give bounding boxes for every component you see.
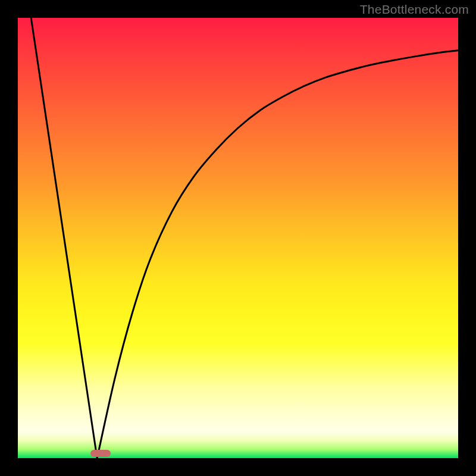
watermark-text: TheBottleneck.com (360, 2, 469, 17)
curve-path (31, 18, 458, 458)
bottleneck-curve (18, 18, 458, 458)
minimum-marker (90, 450, 111, 457)
chart-frame: TheBottleneck.com (0, 0, 476, 476)
